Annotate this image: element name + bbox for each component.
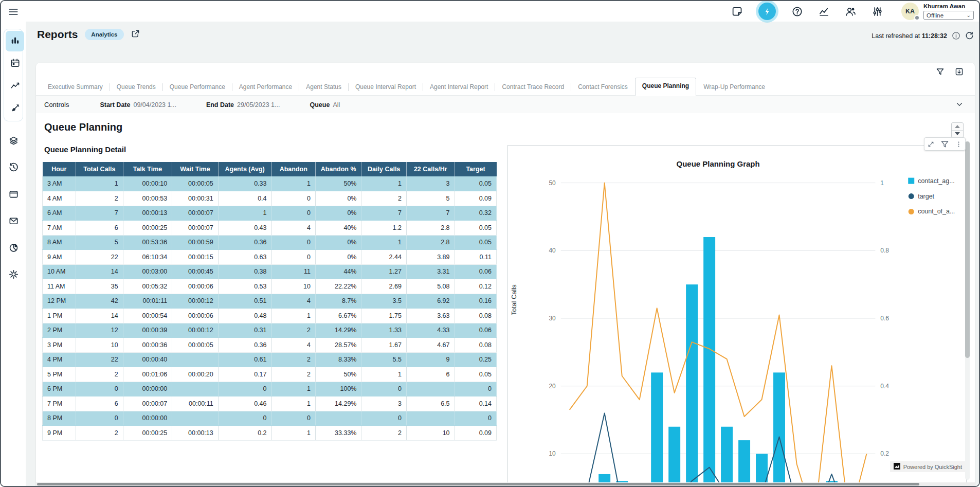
vertical-scrollbar-thumb[interactable]: [965, 141, 970, 358]
bar[interactable]: [738, 440, 750, 486]
table-cell: 0: [361, 411, 406, 426]
bar[interactable]: [721, 427, 733, 486]
horizontal-scrollbar[interactable]: [36, 482, 975, 486]
table-cell: 7: [406, 206, 455, 221]
tab-queue-planning[interactable]: Queue Planning: [635, 78, 696, 96]
insights-icon[interactable]: [758, 3, 776, 20]
sidebar-item-reports[interactable]: [6, 31, 24, 51]
control-start-date[interactable]: Start Date09/04/2023 1...: [100, 101, 176, 109]
legend-item[interactable]: target: [909, 193, 935, 200]
sidebar-item-layers[interactable]: [4, 135, 23, 148]
sidebar-item-window[interactable]: [4, 188, 23, 202]
sidebar-item-design[interactable]: [6, 99, 24, 119]
table-cell: 5: [76, 235, 123, 250]
table-cell: 00:00:13: [123, 206, 172, 221]
notes-icon[interactable]: [732, 6, 743, 17]
controls-collapse-chevron-icon[interactable]: [955, 100, 964, 109]
menu-dots-icon[interactable]: [955, 141, 962, 148]
avatar[interactable]: KA: [901, 3, 919, 20]
table-header-cell[interactable]: Total Calls: [76, 162, 123, 176]
bar[interactable]: [703, 237, 715, 486]
table-header-cell[interactable]: Agents (Avg): [218, 162, 271, 176]
info-icon[interactable]: [952, 31, 960, 40]
table-cell: 00:03:00: [123, 264, 172, 279]
legend-item[interactable]: count_of_a...: [909, 208, 955, 215]
table-cell: 0.08: [455, 338, 496, 353]
export-download-icon[interactable]: [955, 67, 964, 76]
agents-icon[interactable]: [845, 6, 856, 17]
table-cell: 3.63: [406, 309, 455, 323]
table-header-cell[interactable]: Abandon: [271, 162, 315, 176]
table-cell: 22: [76, 250, 123, 265]
bar[interactable]: [668, 427, 680, 486]
hamburger-menu-icon[interactable]: [8, 7, 20, 16]
page-up-button[interactable]: [952, 123, 963, 131]
control-queue[interactable]: QueueAll: [310, 101, 340, 109]
table-header-cell[interactable]: Talk Time: [123, 162, 172, 176]
table-header-cell[interactable]: Hour: [43, 162, 76, 176]
tab-contact-forensics[interactable]: Contact Forensics: [571, 79, 634, 95]
filter-icon[interactable]: [940, 140, 949, 149]
help-icon[interactable]: [791, 6, 803, 17]
avatar-initials: KA: [905, 8, 915, 15]
table-row: 11 AM3500:05:3200:00:060.531022.22%2.695…: [43, 279, 497, 294]
table-cell: 0.08: [455, 309, 496, 323]
table-header-cell[interactable]: Target: [455, 162, 496, 176]
table-cell: 00:00:15: [172, 250, 219, 265]
tab-executive-summary[interactable]: Executive Summary: [41, 79, 110, 95]
table-header-cell[interactable]: 22 Calls/Hr: [406, 162, 455, 176]
table-header-cell[interactable]: Daily Calls: [361, 162, 406, 176]
table-cell: 0%: [315, 250, 361, 265]
table-cell: 14.29%: [315, 323, 361, 338]
line-series-countofa[interactable]: [570, 183, 867, 486]
external-link-icon[interactable]: [131, 29, 140, 40]
tab-wrap-up-performance[interactable]: Wrap-Up Performance: [697, 79, 772, 95]
legend-item[interactable]: contact_ag...: [908, 177, 954, 185]
tab-queue-trends[interactable]: Queue Trends: [110, 79, 162, 95]
tab-queue-performance[interactable]: Queue Performance: [163, 79, 232, 95]
sidebar-item-calendar[interactable]: [6, 53, 24, 74]
tab-queue-interval-report[interactable]: Queue Interval Report: [349, 79, 423, 95]
queue-planning-graph: 10203040500.20.40.60.81Queue Planning Gr…: [508, 146, 966, 486]
settings-sliders-icon[interactable]: [872, 6, 883, 17]
table-cell: 0.05: [455, 367, 496, 382]
table-cell: 1: [271, 176, 315, 191]
gear-icon: [9, 269, 19, 281]
table-cell: 2.8: [406, 221, 455, 236]
table-header-cell[interactable]: Abandon %: [315, 162, 361, 176]
maximize-icon[interactable]: [928, 141, 934, 148]
sidebar-item-gear[interactable]: [4, 268, 23, 282]
tab-agent-performance[interactable]: Agent Performance: [232, 79, 299, 95]
table-cell: 00:00:06: [172, 279, 219, 294]
sidebar-item-history[interactable]: [4, 161, 23, 175]
vertical-scrollbar[interactable]: [965, 141, 970, 480]
table-cell: 12: [76, 323, 123, 338]
tab-contract-trace-record[interactable]: Contract Trace Record: [495, 79, 571, 95]
sidebar-item-mail[interactable]: [4, 215, 23, 228]
powered-by-quicksight[interactable]: Powered by QuickSight: [890, 461, 966, 472]
table-header-cell[interactable]: Wait Time: [172, 162, 219, 176]
table-title: Queue Planning Detail: [44, 145, 507, 154]
left-axis-tick: 10: [549, 450, 556, 457]
table-cell: 6: [76, 396, 123, 411]
bar[interactable]: [686, 284, 698, 486]
sidebar-item-pie[interactable]: [4, 242, 23, 255]
bar[interactable]: [773, 372, 785, 486]
horizontal-scrollbar-thumb[interactable]: [37, 483, 919, 485]
page-down-button[interactable]: [952, 131, 963, 138]
tab-agent-status[interactable]: Agent Status: [299, 79, 348, 95]
control-end-date[interactable]: End Date29/05/2023 1...: [206, 101, 280, 109]
table-cell: 00:00:07: [172, 206, 219, 221]
design-icon: [10, 103, 20, 115]
refresh-icon[interactable]: [965, 31, 974, 40]
table-cell: 00:00:12: [172, 323, 219, 338]
bar[interactable]: [651, 372, 663, 486]
table-cell: 0: [271, 206, 315, 221]
sidebar-item-trends[interactable]: [6, 76, 24, 97]
tab-agent-interval-report[interactable]: Agent Interval Report: [423, 79, 495, 95]
status-select[interactable]: Offline ⌄: [923, 11, 974, 20]
metrics-icon[interactable]: [818, 6, 829, 17]
table-cell: 8.33%: [315, 352, 361, 367]
filter-icon[interactable]: [936, 67, 945, 76]
table-cell: 2: [271, 323, 315, 338]
